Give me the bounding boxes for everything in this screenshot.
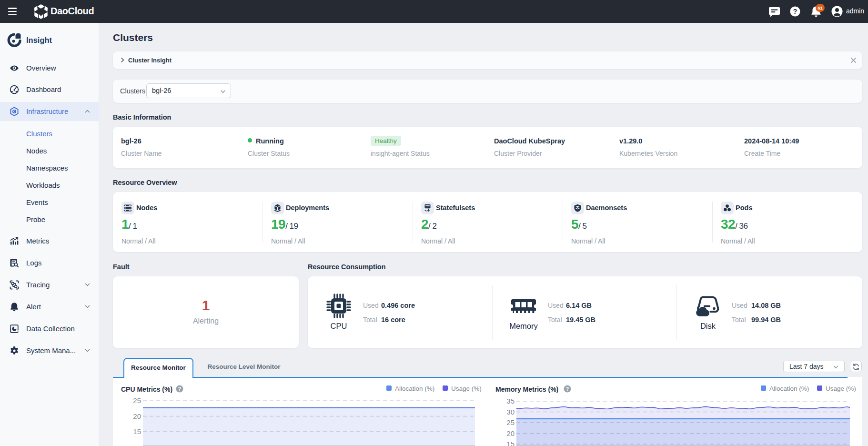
svg-text:15: 15	[506, 440, 515, 446]
svg-text:?: ?	[793, 8, 797, 15]
svg-text:20: 20	[133, 412, 141, 420]
svg-text:25: 25	[133, 396, 141, 405]
svg-text:15: 15	[133, 427, 141, 436]
svg-text:35: 35	[506, 397, 515, 405]
svg-text:30: 30	[506, 408, 515, 416]
svg-text:20: 20	[506, 429, 515, 437]
svg-text:25: 25	[506, 418, 515, 426]
